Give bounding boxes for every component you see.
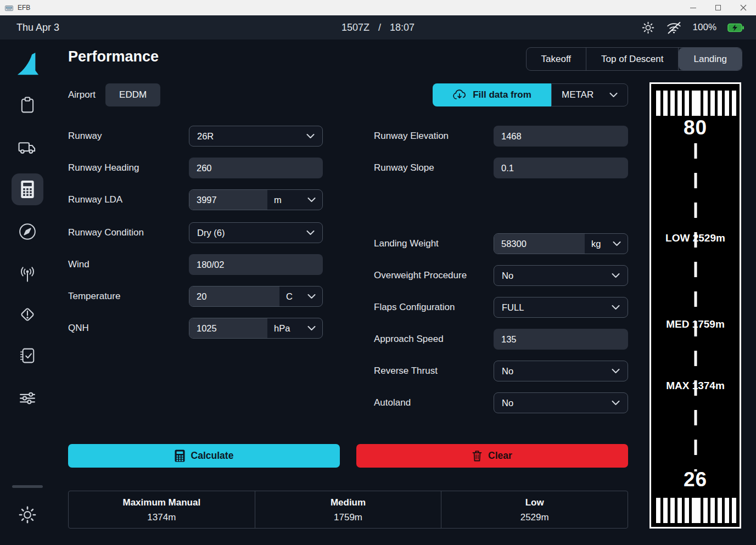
- local-time: 18:07: [390, 22, 415, 33]
- sidebar-item-checklist[interactable]: [18, 346, 37, 366]
- reverse-thrust-select[interactable]: No: [494, 361, 628, 381]
- form-row: Reverse Thrust No: [374, 361, 628, 381]
- chevron-down-icon: [612, 369, 620, 374]
- chevron-down-icon: [612, 401, 620, 406]
- landing-weight-unit-select[interactable]: kg: [585, 234, 628, 254]
- result-medium: Medium 1759m: [255, 491, 442, 528]
- chevron-down-icon: [613, 241, 621, 246]
- form-row: Autoland No: [374, 392, 628, 413]
- battery-charging-icon: [727, 23, 744, 32]
- clear-button[interactable]: Clear: [356, 444, 628, 468]
- utc-time: 1507Z: [341, 22, 369, 33]
- minimize-button[interactable]: [680, 0, 705, 15]
- autoland-select[interactable]: No: [494, 392, 628, 413]
- wind-input[interactable]: 180/02: [189, 254, 323, 275]
- sidebar-divider: [12, 485, 43, 488]
- runway-select[interactable]: 26R: [189, 126, 323, 147]
- field-label: Temperature: [68, 291, 189, 302]
- time-separator: /: [378, 22, 381, 33]
- runway-heading-input[interactable]: 260: [189, 158, 323, 178]
- temperature-unit-select[interactable]: C: [279, 286, 322, 306]
- approach-speed-input[interactable]: 135: [494, 329, 628, 350]
- tab-takeoff[interactable]: Takeoff: [527, 48, 587, 70]
- form-row: Overweight Procedure No: [374, 265, 628, 286]
- runway-lda-input-group: 3997 m: [189, 189, 323, 210]
- trash-icon: [472, 450, 482, 462]
- form-row: Runway Heading 260: [68, 158, 323, 178]
- form-row: Runway Elevation 1468: [374, 126, 628, 147]
- tab-landing[interactable]: Landing: [679, 48, 742, 70]
- field-label: Runway Elevation: [374, 131, 494, 142]
- runway-elevation-input[interactable]: 1468: [494, 126, 628, 147]
- maximize-button[interactable]: [705, 0, 731, 15]
- field-label: Runway: [68, 131, 189, 142]
- temperature-input[interactable]: 20: [189, 286, 279, 306]
- airline-logo-icon: [15, 52, 40, 77]
- sidebar-item-clipboard[interactable]: [18, 95, 37, 115]
- qnh-unit-select[interactable]: hPa: [267, 318, 322, 338]
- fill-source-select[interactable]: METAR: [551, 83, 628, 106]
- calculator-icon: [175, 450, 185, 462]
- chevron-down-icon: [307, 294, 316, 299]
- sidebar-item-warning[interactable]: [17, 304, 38, 325]
- app-frame: Performance Takeoff Top of Descent Landi…: [0, 40, 756, 545]
- airport-label: Airport: [68, 89, 96, 100]
- calculator-icon: [20, 180, 35, 199]
- fill-data-from-button[interactable]: Fill data from: [433, 83, 551, 106]
- tab-top-of-descent[interactable]: Top of Descent: [586, 48, 679, 70]
- field-label: Runway Slope: [374, 162, 494, 173]
- chevron-down-icon: [612, 273, 620, 278]
- close-button[interactable]: [731, 0, 756, 15]
- form-row: Runway Condition Dry (6): [68, 222, 323, 243]
- overweight-procedure-select[interactable]: No: [494, 265, 628, 286]
- result-low: Low 2529m: [441, 491, 628, 528]
- runway-threshold-stripes-far: [651, 91, 740, 116]
- form-row: Wind 180/02: [68, 254, 323, 275]
- chevron-down-icon: [307, 198, 316, 203]
- field-label: QNH: [68, 323, 189, 334]
- qnh-input[interactable]: 1025: [189, 318, 267, 338]
- landing-weight-input-group: 58300 kg: [494, 233, 628, 254]
- chevron-down-icon: [306, 134, 315, 139]
- calculate-button[interactable]: Calculate: [68, 444, 340, 468]
- runway-slope-input[interactable]: 0.1: [494, 158, 628, 178]
- field-label: Autoland: [374, 397, 494, 408]
- field-label: Approach Speed: [374, 334, 494, 345]
- battery-percent: 100%: [693, 22, 716, 33]
- form-row: Temperature 20 C: [68, 286, 323, 307]
- chevron-down-icon: [612, 305, 620, 310]
- window-titlebar: EFB: [0, 0, 756, 15]
- performance-form: Runway 26R Runway Heading 260 Runway LDA: [68, 126, 628, 424]
- temperature-input-group: 20 C: [189, 286, 323, 307]
- runway-centerline: [694, 143, 697, 471]
- app-icon: [5, 4, 13, 12]
- marker-max: MAX 1374m: [651, 380, 740, 392]
- gear-icon[interactable]: [641, 21, 655, 35]
- field-label: Overweight Procedure: [374, 270, 494, 281]
- runway-lda-input[interactable]: 3997: [189, 190, 267, 210]
- sidebar-item-truck[interactable]: [17, 137, 38, 157]
- page-title: Performance: [68, 48, 159, 65]
- form-row: Approach Speed 135: [374, 329, 628, 350]
- runway-threshold-stripes-near: [651, 498, 740, 523]
- runway-number-near: 26: [651, 468, 740, 491]
- sidebar-item-antenna[interactable]: [17, 265, 38, 284]
- field-label: Landing Weight: [374, 238, 494, 249]
- performance-tabs: Takeoff Top of Descent Landing: [526, 47, 742, 71]
- marker-med: MED 1759m: [651, 318, 740, 330]
- form-row: Runway Slope 0.1: [374, 158, 628, 178]
- landing-weight-input[interactable]: 58300: [494, 234, 585, 254]
- flaps-configuration-select[interactable]: FULL: [494, 297, 628, 318]
- sidebar-item-compass[interactable]: [18, 222, 37, 241]
- form-row: Runway LDA 3997 m: [68, 189, 323, 210]
- airport-value-button[interactable]: EDDM: [105, 83, 160, 106]
- runway-number-far: 80: [651, 116, 740, 139]
- sidebar-item-sliders[interactable]: [17, 388, 38, 408]
- form-row: Landing Weight 58300 kg: [374, 233, 628, 254]
- sidebar-item-settings[interactable]: [18, 505, 37, 525]
- sidebar-item-performance-active[interactable]: [12, 173, 43, 205]
- field-label: Runway Condition: [68, 227, 189, 238]
- runway-lda-unit-select[interactable]: m: [267, 190, 322, 210]
- result-maximum-manual: Maximum Manual 1374m: [69, 491, 255, 528]
- runway-condition-select[interactable]: Dry (6): [189, 222, 323, 243]
